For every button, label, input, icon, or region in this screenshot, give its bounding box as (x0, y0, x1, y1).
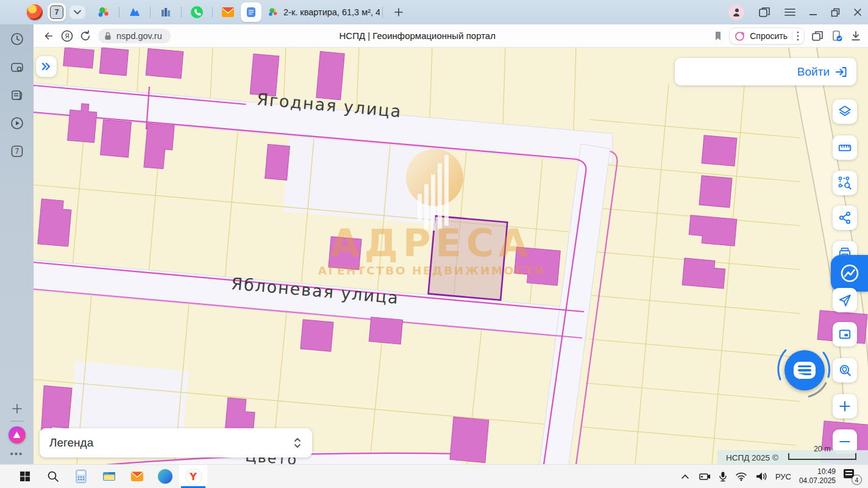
taskbar-explorer-button[interactable] (95, 465, 123, 488)
document-icon (244, 5, 258, 19)
layers-tool-button[interactable] (833, 99, 857, 124)
search-icon (47, 470, 59, 483)
tab-group-count-badge: 7 (50, 5, 63, 19)
zoom-in-button[interactable] (833, 394, 857, 418)
browser-toolbar: Я nspd.gov.ru НСПД | Геоинформационный п… (34, 24, 868, 48)
legend-expand-icon[interactable] (293, 437, 302, 449)
watermark-title: АДРЕСА (330, 221, 533, 265)
taskbar-yandex-browser-button[interactable]: Y (179, 465, 207, 488)
scale-bar: 20 m (788, 453, 856, 460)
scale-label: 20 m (789, 445, 855, 453)
locate-arrow-icon (838, 293, 852, 307)
yandex-home-button[interactable]: Я (58, 27, 76, 45)
browser-sidebar: 7 ••• (0, 24, 34, 465)
measure-tool-button[interactable] (833, 135, 857, 160)
file-explorer-icon (102, 470, 116, 483)
ask-button[interactable]: Спросить (750, 31, 788, 41)
tray-volume-icon[interactable] (755, 472, 767, 481)
video-play-icon[interactable] (10, 116, 24, 131)
edge-browser-icon (158, 469, 173, 484)
tab-title: 2-к. квартира, 61,3 м², 4/1 (283, 7, 380, 17)
attribution-text: НСПД 2025 © (726, 453, 778, 462)
protect-check-icon[interactable] (830, 29, 844, 43)
time: 10:49 (799, 467, 836, 476)
close-window-icon[interactable] (853, 8, 862, 16)
restore-window-icon[interactable] (831, 8, 840, 17)
tab-apartment-listing[interactable]: 2-к. квартира, 61,3 м², 4/1 (268, 7, 380, 18)
mail-envelope-icon (221, 5, 235, 20)
avito-icon (128, 5, 141, 19)
taskbar-edge-button[interactable] (151, 465, 179, 488)
alice-icon (13, 431, 21, 439)
pinned-tab-services[interactable] (95, 4, 112, 21)
side-panels-icon[interactable] (758, 6, 771, 18)
alice-assistant-button[interactable] (9, 426, 26, 443)
tab-group-chip[interactable]: 7 (48, 3, 66, 21)
url-text: nspd.gov.ru (116, 31, 162, 41)
share-tool-button[interactable] (833, 206, 857, 230)
object-search-button[interactable] (833, 358, 857, 382)
address-bar[interactable]: nspd.gov.ru (98, 29, 171, 43)
download-icon[interactable] (850, 30, 862, 42)
map-viewport: АДРЕСА АГЕНТСТВО НЕДВИЖИМОСТИ Ягодная ул… (34, 48, 868, 465)
pinned-tab-avito[interactable] (126, 4, 143, 21)
sidebar-more-button[interactable]: ••• (10, 448, 24, 459)
mail-app-icon (130, 469, 144, 484)
start-button[interactable] (11, 465, 39, 488)
divider (792, 31, 792, 41)
back-arrow-icon (43, 30, 55, 42)
plus-icon (394, 7, 404, 17)
assistant-scene-icon (838, 261, 862, 285)
refresh-button[interactable] (76, 27, 94, 45)
menu-hamburger-icon[interactable] (784, 8, 795, 16)
svg-text:Я: Я (65, 32, 69, 40)
mini-map-tool-button[interactable] (833, 322, 857, 346)
profile-avatar[interactable] (728, 4, 744, 20)
pinned-tab-mail[interactable] (219, 4, 237, 21)
screenshot-camera-icon[interactable] (10, 60, 24, 74)
tray-wifi-icon[interactable] (735, 472, 747, 481)
active-pinned-tab-nspd[interactable] (241, 2, 261, 22)
tab-group-expand-button[interactable] (69, 5, 85, 19)
new-tab-button[interactable] (394, 7, 404, 17)
expand-sidebar-button[interactable] (36, 56, 57, 77)
notification-center-button[interactable]: 4 (844, 469, 862, 484)
feed-articles-icon[interactable] (10, 88, 24, 102)
minimize-window-icon[interactable] (809, 9, 817, 16)
legend-panel[interactable]: Легенда (40, 428, 312, 458)
login-panel[interactable]: Войти (675, 58, 856, 85)
double-chevron-right-icon (40, 60, 52, 73)
clock[interactable]: 10:49 04.07.2025 (799, 467, 836, 486)
refresh-icon (79, 30, 91, 42)
history-clock-icon[interactable] (10, 32, 24, 46)
kebab-menu-icon[interactable] (797, 31, 799, 41)
assistant-widget-bubble[interactable] (831, 255, 868, 292)
map-canvas[interactable]: АДРЕСА АГЕНТСТВО НЕДВИЖИМОСТИ Ягодная ул… (34, 48, 868, 465)
ask-spark-icon (735, 30, 745, 41)
collections-icon[interactable] (811, 30, 824, 42)
language-indicator[interactable]: РУС (775, 472, 791, 481)
back-button[interactable] (40, 27, 58, 45)
pinned-tab-whatsapp[interactable] (188, 4, 205, 21)
mini-map-icon (838, 327, 852, 342)
tray-chevron-up-icon[interactable] (681, 473, 689, 479)
area-search-tool-button[interactable] (833, 171, 857, 195)
chat-support-button[interactable] (784, 350, 825, 390)
tray-camera-icon[interactable] (697, 472, 711, 481)
page-title: НСПД | Геоинформационный портал (340, 30, 496, 41)
locate-tool-button[interactable] (833, 288, 857, 312)
pinned-tab-bank[interactable] (157, 4, 174, 21)
notification-count-badge: 4 (852, 475, 862, 485)
divider (212, 7, 213, 18)
taskbar-search-button[interactable] (39, 465, 67, 488)
yandex-ya-icon: Я (60, 29, 74, 43)
bookmark-icon[interactable] (713, 30, 723, 41)
share-icon (838, 210, 852, 225)
tray-microphone-icon[interactable] (719, 471, 727, 482)
taskbar-mail-button[interactable] (123, 465, 151, 488)
sidebar-add-icon[interactable] (11, 403, 23, 415)
login-button[interactable]: Войти (797, 65, 830, 79)
taskbar-calculator-button[interactable] (67, 465, 95, 488)
tab-groups-icon[interactable]: 7 (10, 144, 24, 159)
divider (119, 7, 119, 18)
